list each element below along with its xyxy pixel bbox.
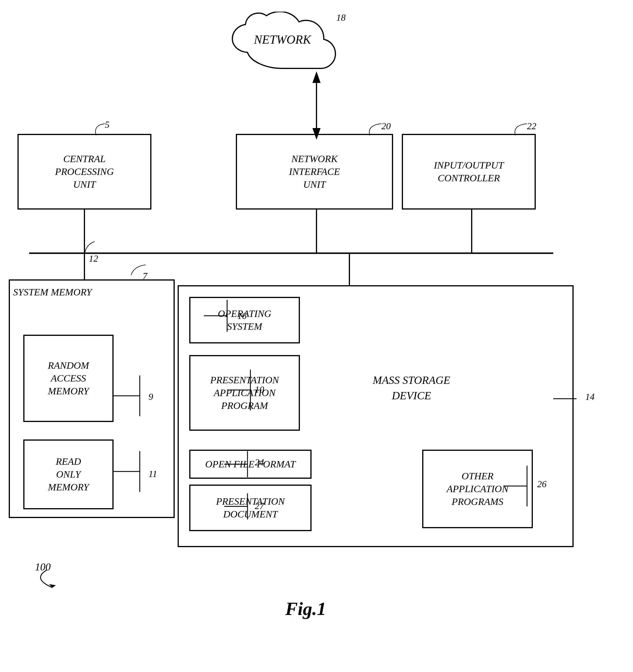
ram-label: RANDOMACCESSMEMORY: [48, 359, 89, 398]
pap-box: PRESENTATIONAPPLICATIONPROGRAM: [189, 355, 300, 431]
oap-label: OTHERAPPLICATIONPROGRAMS: [447, 470, 508, 508]
ref-10: 10: [255, 384, 264, 395]
ref20-line: [355, 121, 387, 137]
svg-marker-25: [49, 584, 56, 587]
svg-text:NETWORK: NETWORK: [254, 33, 311, 46]
rom-label: READONLYMEMORY: [48, 455, 89, 494]
network-cloud: NETWORK: [227, 11, 338, 76]
diagram: NETWORK 18 CENTRALPROCESSINGUNIT 5 NETWO…: [0, 0, 633, 672]
ref-9: 9: [148, 391, 153, 402]
ref-16: 16: [237, 311, 247, 321]
pd-label: PRESENTATIONDOCUMENT: [216, 495, 285, 521]
ref12-line: [70, 236, 99, 256]
cpu-label: CENTRALPROCESSINGUNIT: [55, 152, 114, 191]
ioc-box: INPUT/OUTPUTCONTROLLER: [402, 134, 536, 210]
system-memory-label: SYSTEM MEMORY: [13, 287, 92, 298]
ref7-line: [116, 262, 151, 277]
mass-storage-label: MASS STORAGEDEVICE: [373, 373, 450, 403]
ref5-line: [81, 119, 111, 137]
ref100-arrow: [23, 567, 70, 591]
ram-box: RANDOMACCESSMEMORY: [23, 335, 114, 422]
pd-box: PRESENTATIONDOCUMENT: [189, 485, 311, 531]
off-label: OPEN FILE FORMAT: [205, 458, 296, 471]
off-box: OPEN FILE FORMAT: [189, 450, 311, 479]
ref-14: 14: [585, 391, 594, 402]
niu-label: NETWORKINTERFACEUNIT: [289, 152, 340, 191]
ref22-line: [501, 121, 533, 137]
figure-label: Fig.1: [233, 598, 378, 620]
ref-11: 11: [148, 469, 157, 479]
niu-box: NETWORKINTERFACEUNIT: [236, 134, 393, 210]
ref-18: 18: [336, 12, 346, 23]
ref-27: 27: [255, 501, 264, 511]
ioc-label: INPUT/OUTPUTCONTROLLER: [434, 159, 504, 185]
ref-26: 26: [537, 479, 546, 489]
ref-24: 24: [255, 457, 264, 468]
rom-box: READONLYMEMORY: [23, 439, 114, 509]
oap-box: OTHERAPPLICATIONPROGRAMS: [422, 450, 533, 528]
cpu-box: CENTRALPROCESSINGUNIT: [18, 134, 151, 210]
pap-label: PRESENTATIONAPPLICATIONPROGRAM: [210, 374, 279, 412]
